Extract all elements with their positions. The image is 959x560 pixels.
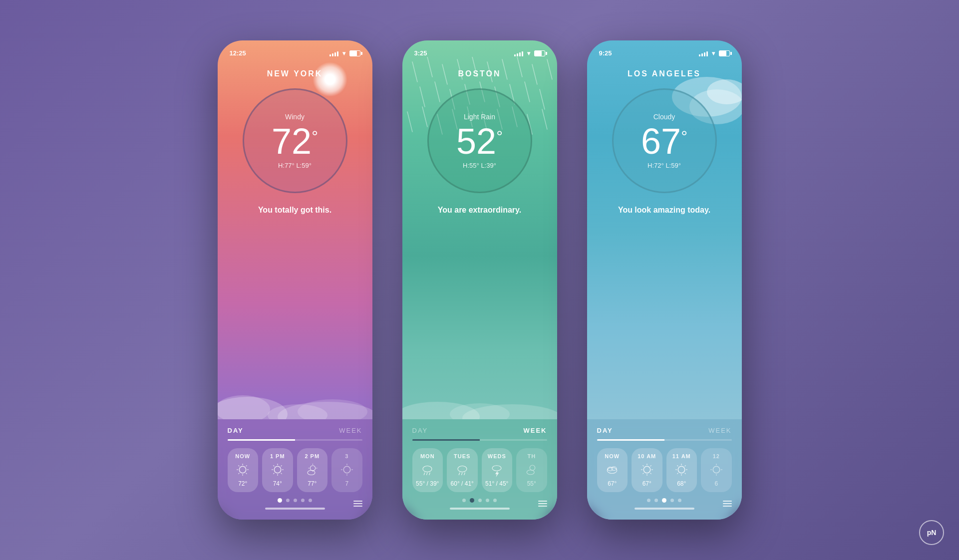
- tab-indicator-ny: [228, 439, 362, 441]
- svg-line-12: [246, 465, 247, 466]
- clouds-bg-boston: [402, 359, 557, 419]
- sun-icon-3: [339, 462, 354, 477]
- weather-top-la: LOS ANGELES Cloudy 67° H:72° L:59° You l…: [587, 57, 742, 419]
- temperature-ny: 72°: [272, 123, 318, 159]
- svg-line-22: [273, 473, 274, 474]
- svg-line-13: [239, 473, 240, 474]
- svg-point-1: [218, 395, 270, 419]
- home-bar-boston: [450, 508, 510, 510]
- svg-point-76: [530, 465, 535, 471]
- weather-top-boston: BOSTON Light Rain 52° H:55° L:39° You ar…: [402, 57, 557, 419]
- svg-line-45: [420, 87, 425, 107]
- svg-line-102: [685, 465, 686, 466]
- high-low-la: H:72° L:59°: [647, 162, 681, 169]
- condition-boston: Light Rain: [464, 113, 495, 121]
- tab-row-ny: DAY WEEK: [228, 427, 362, 434]
- sun-icon-12: [709, 462, 724, 477]
- svg-line-42: [517, 57, 522, 77]
- cloud-icon-now: [605, 462, 620, 477]
- forecast-12-la: 12 6: [701, 448, 732, 492]
- forecast-tues-boston: TUES 60° / 41°: [447, 448, 478, 492]
- svg-line-94: [642, 473, 643, 474]
- svg-line-20: [281, 473, 282, 474]
- temperature-boston: 52°: [456, 123, 503, 159]
- city-la: LOS ANGELES: [628, 69, 701, 78]
- time-boston: 3:25: [414, 49, 427, 57]
- svg-line-55: [422, 107, 427, 127]
- tab-day-boston[interactable]: DAY: [412, 427, 428, 434]
- svg-point-30: [343, 466, 350, 473]
- svg-line-93: [650, 465, 651, 466]
- motivational-la: You look amazing today.: [613, 206, 715, 215]
- svg-line-53: [540, 89, 545, 109]
- tab-indicator-boston: [412, 439, 547, 441]
- forecast-now-la: NOW 67°: [597, 448, 628, 492]
- forecast-weds-boston: WEDS 51° / 45°: [482, 448, 513, 492]
- sun-icon-11am: [674, 462, 689, 477]
- sun-glow: [313, 62, 347, 97]
- svg-line-41: [502, 59, 507, 79]
- svg-point-71: [458, 466, 467, 472]
- status-bar-la: 9:25 ▾: [587, 40, 742, 57]
- forecast-row-ny: NOW 72°: [228, 448, 362, 492]
- menu-icon-ny[interactable]: [353, 501, 362, 507]
- tab-row-boston: DAY WEEK: [412, 427, 547, 434]
- home-bar-ny: [265, 508, 325, 510]
- menu-icon-boston[interactable]: [538, 501, 547, 507]
- tab-week-ny[interactable]: WEEK: [339, 427, 362, 434]
- tab-day-ny[interactable]: DAY: [228, 427, 244, 434]
- clouds-bg-ny: [218, 359, 372, 419]
- watermark: pN: [919, 520, 944, 545]
- svg-point-66: [450, 403, 510, 419]
- city-boston: BOSTON: [458, 69, 501, 78]
- svg-line-44: [547, 59, 552, 79]
- svg-point-77: [527, 470, 534, 475]
- sun-icon: [235, 462, 250, 477]
- condition-la: Cloudy: [653, 113, 675, 121]
- tab-indicator-la: [597, 439, 732, 441]
- battery-icon-boston: [534, 50, 545, 56]
- temp-circle-ny: Windy 72° H:77° L:59°: [243, 88, 347, 193]
- forecast-now-ny: NOW 72°: [228, 448, 259, 492]
- forecast-10am-la: 10 AM 67°: [632, 448, 662, 492]
- rain-icon-mon: [420, 462, 435, 477]
- svg-line-52: [525, 82, 530, 102]
- svg-line-100: [677, 465, 678, 466]
- time-la: 9:25: [599, 49, 612, 57]
- status-bar-boston: 3:25 ▾: [402, 40, 557, 57]
- svg-point-67: [423, 466, 432, 472]
- svg-line-63: [542, 109, 547, 129]
- svg-point-80: [707, 79, 742, 104]
- temp-circle-boston: Light Rain 52° H:55° L:39°: [427, 88, 532, 193]
- tab-week-boston[interactable]: WEEK: [524, 427, 547, 434]
- svg-point-23: [311, 466, 316, 471]
- svg-point-14: [274, 466, 281, 473]
- bottom-panel-ny: DAY WEEK NOW: [218, 419, 372, 520]
- status-icons-boston: ▾: [514, 50, 545, 57]
- menu-icon-la[interactable]: [723, 501, 732, 507]
- svg-line-92: [650, 473, 651, 474]
- svg-line-72: [459, 473, 460, 475]
- sun-icon-10am: [639, 462, 654, 477]
- dots-la: [597, 498, 732, 503]
- forecast-3-ny: 3 7: [331, 448, 362, 492]
- city-ny: NEW YORK: [267, 69, 323, 78]
- phone-la: 9:25 ▾: [587, 40, 742, 520]
- forecast-th-boston: TH 55°: [516, 448, 547, 492]
- svg-point-86: [643, 466, 650, 473]
- tab-day-la[interactable]: DAY: [597, 427, 613, 434]
- svg-line-10: [239, 465, 240, 466]
- wifi-icon-la: ▾: [712, 50, 715, 57]
- forecast-row-boston: MON 55° / 39° TUES: [412, 448, 547, 492]
- sun-cloud-icon-2pm: [305, 462, 320, 477]
- condition-ny: Windy: [285, 113, 305, 121]
- tab-week-la[interactable]: WEEK: [708, 427, 731, 434]
- svg-line-11: [246, 473, 247, 474]
- svg-point-104: [713, 466, 720, 473]
- svg-point-3: [298, 399, 367, 419]
- svg-point-75: [492, 466, 501, 471]
- temp-circle-la: Cloudy 67° H:72° L:59°: [612, 88, 717, 193]
- signal-icon-boston: [514, 50, 523, 56]
- phones-container: 12:25 ▾: [218, 40, 742, 520]
- battery-icon-la: [719, 50, 730, 56]
